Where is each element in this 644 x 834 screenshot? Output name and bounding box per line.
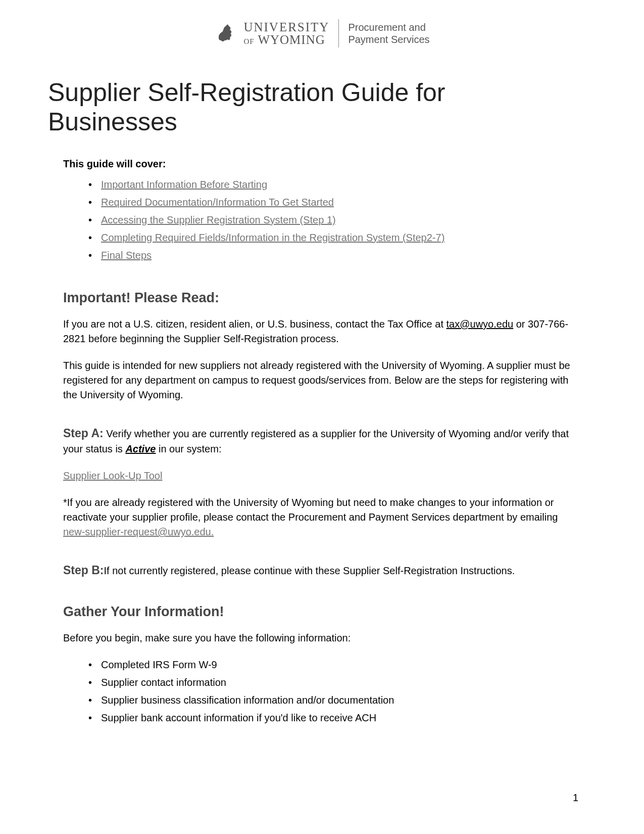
supplier-lookup-line: Supplier Look-Up Tool	[63, 469, 581, 483]
list-item: Supplier contact information	[88, 675, 581, 690]
page-number: 1	[573, 792, 578, 804]
page-title: Supplier Self-Registration Guide for Bus…	[48, 78, 581, 136]
step-b-label: Step B:	[63, 564, 104, 577]
supplier-lookup-link[interactable]: Supplier Look-Up Tool	[63, 470, 162, 481]
gather-intro: Before you begin, make sure you have the…	[63, 631, 581, 645]
department-name: Procurement and Payment Services	[348, 21, 429, 45]
supplier-request-email-link[interactable]: new-supplier-request@uwyo.edu.	[63, 526, 214, 537]
list-item: Supplier bank account information if you…	[88, 711, 581, 725]
toc-item: Completing Required Fields/Information i…	[88, 230, 581, 245]
bucking-horse-icon	[214, 21, 238, 45]
gather-heading: Gather Your Information!	[63, 602, 581, 622]
important-heading: Important! Please Read:	[63, 288, 581, 308]
table-of-contents: Important Information Before Starting Re…	[88, 177, 581, 263]
toc-item: Important Information Before Starting	[88, 177, 581, 192]
tax-email-link[interactable]: tax@uwyo.edu	[447, 318, 514, 330]
toc-item: Accessing the Supplier Registration Syst…	[88, 213, 581, 227]
gather-info-list: Completed IRS Form W-9 Supplier contact …	[88, 658, 581, 725]
step-b-paragraph: Step B:If not currently registered, plea…	[63, 562, 581, 579]
active-emphasis: Active	[125, 443, 156, 454]
step-a-label: Step A:	[63, 427, 104, 440]
university-name-top: UNIVERSITY	[243, 21, 329, 33]
toc-link[interactable]: Important Information Before Starting	[101, 179, 267, 190]
header-divider	[338, 19, 339, 48]
document-header: UNIVERSITY OF WYOMING Procurement and Pa…	[63, 19, 581, 48]
toc-link[interactable]: Final Steps	[101, 250, 152, 261]
cover-label: This guide will cover:	[63, 157, 581, 171]
university-name-bottom: OF WYOMING	[243, 33, 329, 46]
university-logo: UNIVERSITY OF WYOMING	[214, 21, 329, 46]
toc-link[interactable]: Accessing the Supplier Registration Syst…	[101, 214, 336, 225]
list-item: Completed IRS Form W-9	[88, 658, 581, 672]
list-item: Supplier business classification informa…	[88, 693, 581, 708]
toc-link[interactable]: Completing Required Fields/Information i…	[101, 232, 444, 243]
step-a-note: *If you are already registered with the …	[63, 495, 581, 539]
important-paragraph-2: This guide is intended for new suppliers…	[63, 358, 581, 402]
step-a-paragraph: Step A: Verify whether you are currently…	[63, 425, 581, 456]
toc-link[interactable]: Required Documentation/Information To Ge…	[101, 197, 334, 208]
toc-item: Final Steps	[88, 248, 581, 263]
important-paragraph-1: If you are not a U.S. citizen, resident …	[63, 317, 581, 346]
toc-item: Required Documentation/Information To Ge…	[88, 195, 581, 210]
